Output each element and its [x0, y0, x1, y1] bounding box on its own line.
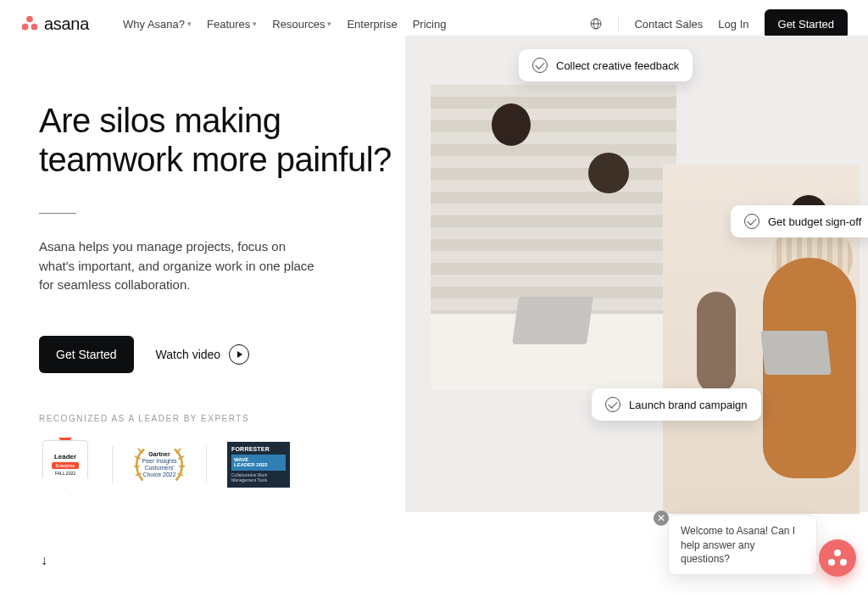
check-circle-icon — [744, 214, 760, 229]
g2-badge-title: Leader — [54, 453, 76, 460]
svg-point-2 — [31, 24, 38, 31]
gartner-badge: Gartner Peer Insights Customers' Choice … — [133, 438, 186, 491]
task-chip-launch: Launch brand campaign — [592, 388, 761, 421]
nav-item-label: Resources — [272, 18, 325, 31]
globe-icon[interactable] — [589, 17, 603, 31]
scroll-down-arrow-icon[interactable]: ↓ — [41, 553, 47, 568]
nav-why-asana[interactable]: Why Asana? ▾ — [123, 18, 192, 31]
contact-sales-link[interactable]: Contact Sales — [634, 18, 703, 31]
play-icon — [229, 344, 249, 365]
forrester-badge: FORRESTER WAVE LEADER 2022 Collaborative… — [227, 442, 290, 488]
nav-pricing[interactable]: Pricing — [413, 18, 447, 31]
recognition-badges: Leader Enterprise FALL 2022 Gartner Peer — [39, 438, 395, 491]
chevron-down-icon: ▾ — [187, 20, 192, 28]
recognition-eyebrow: RECOGNIZED AS A LEADER BY EXPERTS — [39, 414, 395, 423]
hero-photo-office — [431, 85, 676, 390]
nav-enterprise[interactable]: Enterprise — [347, 18, 397, 31]
brand-logo[interactable]: asana — [20, 14, 89, 34]
gartner-badge-brand: Gartner — [138, 451, 181, 458]
nav-item-label: Why Asana? — [123, 18, 185, 31]
check-circle-icon — [605, 397, 620, 412]
forrester-badge-sub: Collaborative Work Management Tools — [231, 473, 286, 483]
forrester-wave-line: WAVE — [234, 457, 248, 462]
g2-leader-badge: Leader Enterprise FALL 2022 — [39, 438, 92, 491]
divider — [618, 16, 619, 31]
login-link[interactable]: Log In — [718, 18, 748, 31]
gartner-badge-line: Peer Insights — [142, 458, 177, 464]
hero-headline: Are silos making teamwork more painful? — [39, 102, 395, 179]
watch-video-label: Watch video — [156, 348, 221, 361]
svg-point-1 — [22, 24, 29, 31]
g2-badge-period: FALL 2022 — [55, 471, 75, 476]
chevron-down-icon: ▾ — [327, 20, 331, 28]
forrester-wave-line: LEADER 2022 — [234, 462, 268, 467]
task-chip-label: Launch brand campaign — [629, 399, 748, 411]
divider — [206, 446, 207, 483]
forrester-badge-brand: FORRESTER — [231, 446, 286, 452]
task-chip-label: Collect creative feedback — [556, 59, 679, 72]
brand-name: asana — [44, 14, 89, 34]
nav-resources[interactable]: Resources ▾ — [272, 18, 331, 31]
nav-item-label: Pricing — [413, 18, 447, 31]
chat-greeting-text: Welcome to Asana! Can I help answer any … — [681, 525, 795, 564]
gartner-badge-line: Choice 2022 — [142, 471, 175, 477]
hero-copy: Are silos making teamwork more painful? … — [39, 102, 395, 491]
divider — [112, 446, 113, 483]
divider — [39, 213, 76, 214]
task-chip-feedback: Collect creative feedback — [519, 49, 693, 81]
nav-item-label: Features — [207, 18, 250, 31]
g2-badge-tag: Enterprise — [52, 462, 80, 469]
gartner-badge-line: Customers' — [144, 465, 174, 471]
hero-cta-row: Get Started Watch video — [39, 336, 395, 373]
hero-subhead: Asana helps you manage projects, focus o… — [39, 237, 319, 295]
watch-video-link[interactable]: Watch video — [156, 344, 250, 365]
close-icon[interactable]: ✕ — [654, 511, 669, 526]
hero-image-canvas: Collect creative feedback Get budget sig… — [405, 36, 868, 512]
asana-dots-icon — [828, 550, 847, 566]
task-chip-label: Get budget sign-off — [768, 215, 861, 228]
get-started-nav-button[interactable]: Get Started — [765, 9, 848, 39]
nav-features[interactable]: Features ▾ — [207, 18, 257, 31]
primary-nav: Why Asana? ▾ Features ▾ Resources ▾ Ente… — [123, 18, 446, 31]
chat-launcher-button[interactable] — [819, 539, 856, 577]
check-circle-icon — [532, 58, 548, 73]
nav-item-label: Enterprise — [347, 18, 397, 31]
chat-greeting-bubble[interactable]: ✕ Welcome to Asana! Can I help answer an… — [668, 515, 817, 575]
asana-dots-icon — [20, 14, 39, 33]
nav-utility: Contact Sales Log In Get Started — [589, 9, 848, 39]
task-chip-budget: Get budget sign-off — [731, 205, 868, 237]
get-started-hero-button[interactable]: Get Started — [39, 336, 134, 373]
svg-point-0 — [26, 16, 33, 23]
chevron-down-icon: ▾ — [253, 20, 257, 28]
